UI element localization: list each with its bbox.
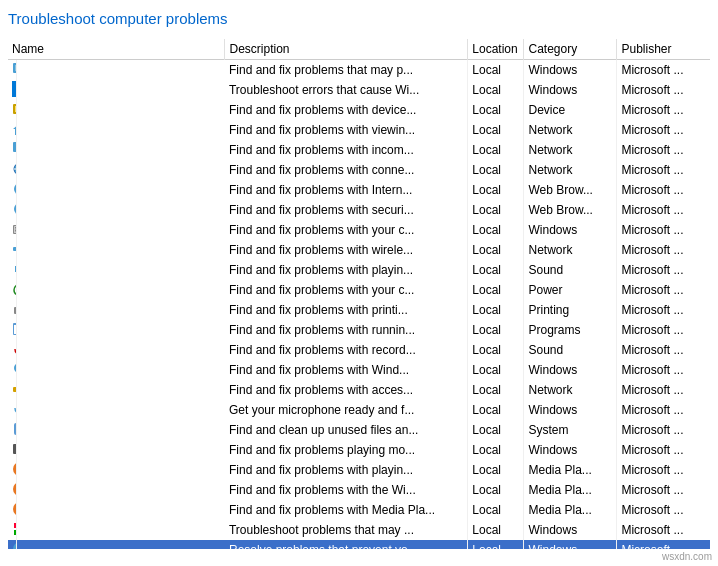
speech-icon: [12, 401, 17, 417]
table-row[interactable]: ✓Incoming ConnectionsFind and fix proble…: [8, 140, 710, 160]
troubleshoot-table: Name Description Location Category Publi…: [8, 39, 710, 549]
wmpsettings-icon: [12, 501, 17, 517]
row-category: Windows: [524, 440, 617, 460]
svg-rect-25: [15, 227, 17, 229]
row-description: Find and fix problems with Media Pla...: [225, 500, 468, 520]
row-description: Find and clean up unused files an...: [225, 420, 468, 440]
row-name-cell: Windows Store Apps: [8, 520, 17, 540]
row-publisher: Microsoft ...: [617, 120, 710, 140]
svg-rect-35: [16, 303, 17, 308]
row-description: Find and fix problems with your c...: [225, 220, 468, 240]
audio-icon: [12, 261, 17, 277]
row-category: Web Brow...: [524, 200, 617, 220]
table-row[interactable]: Windows Media Player LibraryFind and fix…: [8, 480, 710, 500]
row-location: Local: [468, 220, 524, 240]
row-location: Local: [468, 540, 524, 549]
row-category: Device: [524, 100, 617, 120]
row-publisher: Microsoft ...: [617, 480, 710, 500]
row-location: Local: [468, 340, 524, 360]
row-location: Local: [468, 100, 524, 120]
svg-text:e: e: [16, 204, 17, 215]
svg-rect-45: [13, 387, 17, 392]
table-row[interactable]: Video PlaybackFind and fix problems play…: [8, 440, 710, 460]
row-name-cell: Background Intelligent Transfer Service: [8, 60, 17, 80]
row-publisher: Microsoft ...: [617, 220, 710, 240]
table-row[interactable]: Windows Media Player SettingsFind and fi…: [8, 500, 710, 520]
row-location: Local: [468, 160, 524, 180]
table-row[interactable]: KeyboardFind and fix problems with your …: [8, 220, 710, 240]
svg-point-43: [15, 364, 17, 372]
row-category: Network: [524, 380, 617, 400]
row-name-cell: System Maintenance: [8, 420, 17, 440]
table-row[interactable]: System MaintenanceFind and clean up unus…: [8, 420, 710, 440]
sysmaint-icon: [12, 421, 17, 437]
table-row[interactable]: eInternet Explorer SafetyFind and fix pr…: [8, 200, 710, 220]
col-header-name[interactable]: Name: [8, 39, 225, 60]
table-row[interactable]: Windows Store AppsTroubleshoot problems …: [8, 520, 710, 540]
network-icon: [12, 241, 17, 257]
program-icon: >_: [12, 321, 17, 337]
row-name-cell: Windows Update: [8, 540, 17, 549]
row-publisher: Microsoft ...: [617, 400, 710, 420]
row-name-cell: HomeGroup: [8, 120, 17, 140]
row-publisher: Microsoft ...: [617, 200, 710, 220]
row-description: Get your microphone ready and f...: [225, 400, 468, 420]
col-header-description[interactable]: Description: [225, 39, 468, 60]
row-name-cell: eInternet Explorer Performance: [8, 180, 17, 200]
row-location: Local: [468, 440, 524, 460]
row-category: Windows: [524, 520, 617, 540]
row-location: Local: [468, 180, 524, 200]
bluescreen-icon: :(: [12, 81, 17, 97]
row-description: Troubleshoot problems that may ...: [225, 520, 468, 540]
table-row[interactable]: PowerFind and fix problems with your c..…: [8, 280, 710, 300]
iesafety-icon: e: [12, 201, 17, 217]
table-row[interactable]: HomeGroupFind and fix problems with view…: [8, 120, 710, 140]
row-description: Find and fix problems with printi...: [225, 300, 468, 320]
row-category: Network: [524, 240, 617, 260]
row-publisher: Microsoft ...: [617, 340, 710, 360]
row-name-cell: Playing Audio: [8, 260, 17, 280]
table-row[interactable]: PrinterFind and fix problems with printi…: [8, 300, 710, 320]
row-category: Windows: [524, 220, 617, 240]
wmplibrary-icon: [12, 481, 17, 497]
svg-rect-68: [14, 530, 17, 535]
row-name-cell: Recording Audio: [8, 340, 17, 360]
recaudio-icon: [12, 341, 17, 357]
search-icon: [12, 361, 17, 377]
row-location: Local: [468, 120, 524, 140]
row-location: Local: [468, 500, 524, 520]
table-row[interactable]: Search and IndexingFind and fix problems…: [8, 360, 710, 380]
col-header-location[interactable]: Location: [468, 39, 524, 60]
row-description: Find and fix problems with acces...: [225, 380, 468, 400]
table-row[interactable]: >_Program Compatibility TroubleshooterFi…: [8, 320, 710, 340]
svg-point-70: [13, 542, 17, 549]
table-row[interactable]: Windows Media Player DVDFind and fix pro…: [8, 460, 710, 480]
row-category: Power: [524, 280, 617, 300]
row-publisher: Microsoft ...: [617, 500, 710, 520]
row-name-cell: Video Playback: [8, 440, 17, 460]
table-row[interactable]: Background Intelligent Transfer ServiceF…: [8, 60, 710, 81]
row-category: Network: [524, 140, 617, 160]
table-row[interactable]: SpeechGet your microphone ready and f...…: [8, 400, 710, 420]
row-publisher: Microsoft ...: [617, 280, 710, 300]
table-row[interactable]: Network AdapterFind and fix problems wit…: [8, 240, 710, 260]
col-header-publisher[interactable]: Publisher: [617, 39, 710, 60]
table-row[interactable]: Shared FoldersFind and fix problems with…: [8, 380, 710, 400]
row-name-cell: Power: [8, 280, 17, 300]
row-location: Local: [468, 320, 524, 340]
svg-rect-66: [14, 523, 17, 528]
table-row[interactable]: Hardware and DevicesFind and fix problem…: [8, 100, 710, 120]
svg-rect-11: [13, 142, 17, 152]
table-row[interactable]: :( Blue ScreenTroubleshoot errors that c…: [8, 80, 710, 100]
table-row[interactable]: Recording AudioFind and fix problems wit…: [8, 340, 710, 360]
row-location: Local: [468, 260, 524, 280]
row-category: Network: [524, 160, 617, 180]
table-row[interactable]: Internet ConnectionsFind and fix problem…: [8, 160, 710, 180]
table-row[interactable]: Windows UpdateResolve problems that prev…: [8, 540, 710, 549]
table-row[interactable]: Playing AudioFind and fix problems with …: [8, 260, 710, 280]
table-row[interactable]: eInternet Explorer PerformanceFind and f…: [8, 180, 710, 200]
row-name-cell: Shared Folders: [8, 380, 17, 400]
row-location: Local: [468, 240, 524, 260]
table-wrapper[interactable]: Name Description Location Category Publi…: [8, 39, 710, 549]
col-header-category[interactable]: Category: [524, 39, 617, 60]
